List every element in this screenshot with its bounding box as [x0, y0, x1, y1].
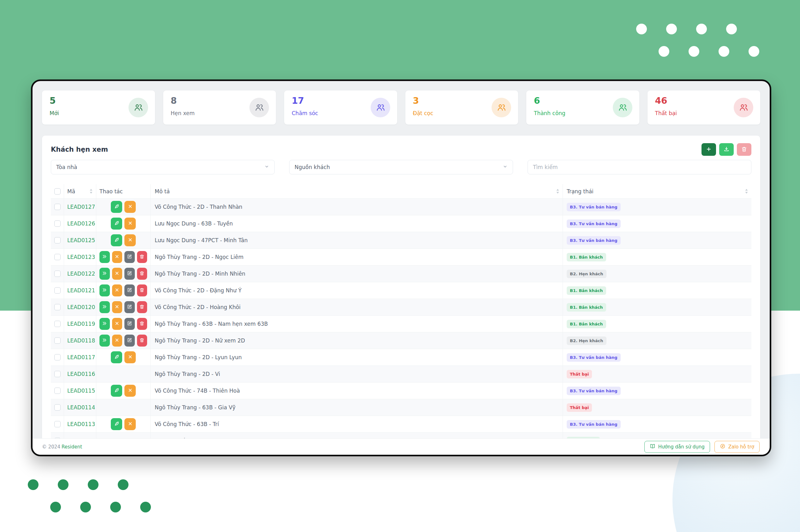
edit-button[interactable] [124, 301, 135, 313]
row-checkbox[interactable] [54, 354, 61, 360]
delete-button[interactable] [137, 335, 147, 346]
edit-button[interactable] [124, 335, 135, 346]
lead-code-link[interactable]: LEAD0115 [67, 387, 95, 394]
trash-icon [139, 270, 145, 277]
cancel-button[interactable] [124, 234, 136, 246]
forward-button[interactable] [99, 251, 110, 263]
cancel-button[interactable] [112, 268, 123, 280]
bulk-delete-button[interactable] [737, 143, 751, 156]
row-checkbox[interactable] [54, 304, 61, 310]
sort-icon[interactable] [556, 189, 560, 194]
row-checkbox[interactable] [54, 338, 61, 344]
row-checkbox[interactable] [54, 237, 61, 244]
note-button[interactable] [111, 418, 122, 430]
row-checkbox[interactable] [54, 270, 61, 277]
cancel-button[interactable] [112, 251, 123, 263]
brand-link[interactable]: Resident [61, 444, 82, 450]
row-checkbox[interactable] [54, 221, 61, 227]
row-checkbox[interactable] [54, 371, 61, 377]
cancel-button[interactable] [124, 351, 136, 363]
row-checkbox[interactable] [54, 254, 61, 260]
table-row: LEAD0118Ngô Thùy Trang - 2D - Nữ xem 2DB… [51, 332, 751, 349]
lead-code-link[interactable]: LEAD0113 [67, 421, 95, 427]
note-button[interactable] [111, 217, 122, 230]
lead-code-link[interactable]: LEAD0117 [67, 354, 95, 360]
search-input[interactable] [528, 160, 751, 174]
lead-code-link[interactable]: LEAD0118 [67, 338, 95, 344]
source-select[interactable]: Nguồn khách [289, 160, 513, 174]
table-row: LEAD0122Ngô Thùy Trang - 2D - Minh Nhiên… [51, 266, 751, 282]
forward-button[interactable] [99, 335, 110, 346]
fast-forward-icon [102, 321, 107, 327]
toolbar [702, 143, 751, 156]
lead-code-link[interactable]: LEAD0120 [67, 304, 95, 310]
edit-button[interactable] [124, 268, 135, 280]
page-title: Khách hẹn xem [51, 146, 108, 153]
edit-button[interactable] [124, 284, 135, 297]
status-badge: B3. Tư vấn bán hàng [567, 203, 621, 211]
status-badge: B3. Tư vấn bán hàng [567, 387, 621, 395]
lead-code-link[interactable]: LEAD0126 [67, 221, 95, 227]
lead-code-link[interactable]: LEAD0119 [67, 321, 95, 327]
lead-code-link[interactable]: LEAD0122 [67, 270, 95, 277]
forward-button[interactable] [99, 318, 110, 330]
cancel-button[interactable] [112, 301, 123, 313]
guide-button[interactable]: Hướng dẫn sử dụng [644, 441, 710, 453]
cancel-button[interactable] [124, 385, 136, 397]
lead-code-link[interactable]: LEAD0116 [67, 371, 95, 377]
export-button[interactable] [719, 143, 734, 156]
status-badge: B2. Hẹn khách [567, 337, 606, 345]
row-checkbox[interactable] [54, 204, 61, 210]
stat-card: 3Đặt cọc [405, 91, 519, 125]
add-button[interactable] [702, 143, 716, 156]
edit-button[interactable] [124, 251, 135, 263]
delete-button[interactable] [137, 251, 147, 263]
forward-button[interactable] [99, 284, 110, 297]
feather-icon [114, 237, 119, 244]
sort-icon[interactable] [89, 189, 93, 194]
row-checkbox[interactable] [54, 287, 61, 293]
column-header-code[interactable]: Mã [67, 188, 75, 194]
note-button[interactable] [111, 385, 122, 397]
cancel-button[interactable] [112, 284, 123, 297]
forward-button[interactable] [99, 301, 110, 313]
row-checkbox[interactable] [54, 321, 61, 327]
lead-code-link[interactable]: LEAD0114 [67, 404, 95, 411]
edit-button[interactable] [124, 318, 135, 330]
note-button[interactable] [111, 201, 122, 213]
note-button[interactable] [111, 234, 122, 246]
stat-card: 8Hẹn xem [163, 91, 276, 125]
lead-code-link[interactable]: LEAD0125 [67, 237, 95, 244]
app-footer: © 2024Resident Hướng dẫn sử dụng Zalo hỗ… [33, 438, 770, 455]
row-actions [96, 399, 150, 416]
trash-icon [139, 338, 145, 344]
row-checkbox[interactable] [54, 387, 61, 394]
stat-card: 5Mới [42, 91, 155, 125]
cancel-button[interactable] [124, 217, 136, 230]
zalo-icon [720, 443, 726, 450]
select-all-checkbox[interactable] [54, 188, 61, 194]
cancel-button[interactable] [124, 201, 136, 213]
table-row: LEAD0114Ngô Thùy Trang - 63B - Gia VỹThấ… [51, 399, 751, 416]
cancel-button[interactable] [112, 335, 123, 346]
column-header-status[interactable]: Trạng thái [567, 188, 594, 194]
column-header-description[interactable]: Mô tả [155, 188, 170, 194]
row-checkbox[interactable] [54, 421, 61, 427]
lead-code-link[interactable]: LEAD0121 [67, 287, 95, 293]
zalo-button[interactable]: Zalo hỗ trợ [714, 441, 760, 453]
delete-button[interactable] [137, 301, 147, 313]
lead-code-link[interactable]: LEAD0127 [67, 204, 95, 210]
table-row: LEAD0120Võ Công Thức - 2D - Hoàng KhôiB1… [51, 299, 751, 316]
note-button[interactable] [111, 351, 122, 363]
cancel-button[interactable] [112, 318, 123, 330]
delete-button[interactable] [137, 284, 147, 297]
row-checkbox[interactable] [54, 404, 61, 411]
building-select[interactable]: Tòa nhà [51, 160, 275, 174]
delete-button[interactable] [137, 268, 147, 280]
delete-button[interactable] [137, 318, 147, 330]
forward-button[interactable] [99, 268, 110, 280]
x-icon [114, 287, 120, 293]
sort-icon[interactable] [745, 189, 748, 194]
lead-code-link[interactable]: LEAD0123 [67, 254, 95, 260]
cancel-button[interactable] [124, 418, 136, 430]
